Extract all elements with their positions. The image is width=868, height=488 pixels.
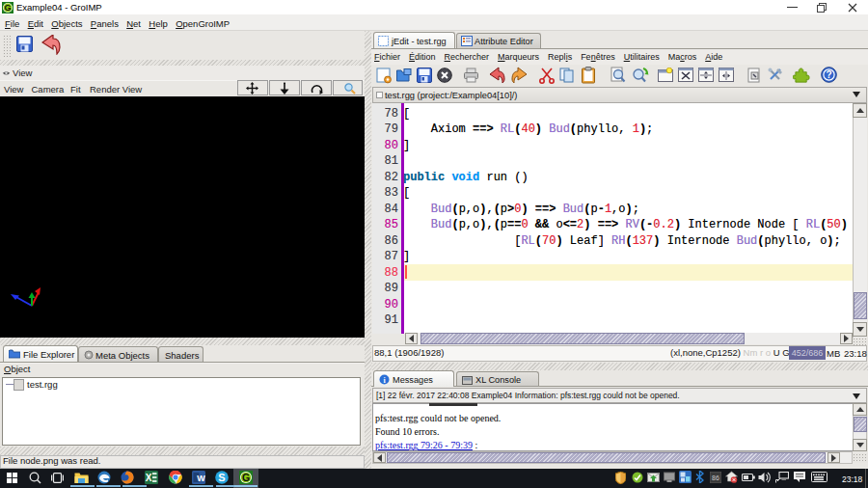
svg-text:S: S (218, 472, 225, 483)
svg-text:G: G (4, 3, 11, 13)
svg-text:?: ? (826, 69, 831, 80)
svg-text:86: 86 (712, 474, 719, 481)
svg-text:G: G (242, 472, 250, 483)
svg-text:W: W (197, 474, 205, 483)
svg-text:X: X (146, 473, 152, 483)
